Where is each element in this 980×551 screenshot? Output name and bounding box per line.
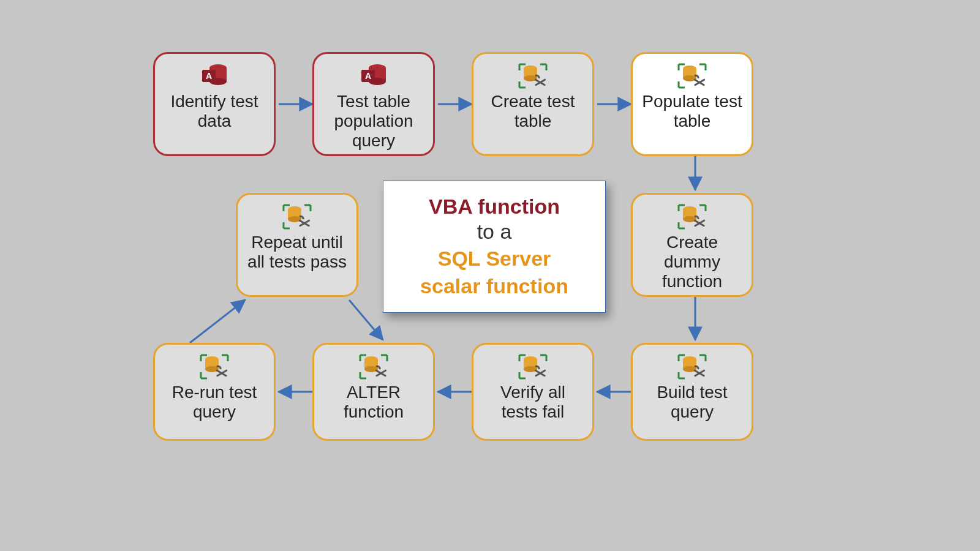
title-line-to-a: to a bbox=[399, 220, 589, 244]
step-test-table-population-query: A Test table population query bbox=[312, 52, 435, 156]
step-create-dummy-function: Create dummy function bbox=[631, 193, 753, 297]
svg-text:A: A bbox=[206, 71, 212, 81]
step-label: Identify test data bbox=[164, 92, 265, 131]
svg-text:A: A bbox=[365, 71, 371, 81]
step-build-test-query: Build test query bbox=[631, 343, 753, 441]
sql-tools-icon bbox=[164, 352, 265, 381]
access-db-icon: A bbox=[164, 61, 265, 91]
sql-tools-icon bbox=[246, 202, 348, 231]
title-line-vba: VBA function bbox=[399, 195, 589, 219]
svg-line-9 bbox=[349, 300, 383, 340]
step-label: Build test query bbox=[641, 383, 743, 422]
step-label: Repeat until all tests pass bbox=[246, 233, 348, 272]
step-rerun-test-query: Re-run test query bbox=[153, 343, 276, 441]
step-populate-test-table: Populate test table bbox=[631, 52, 753, 156]
step-create-test-table: Create test table bbox=[472, 52, 594, 156]
step-label: Create dummy function bbox=[641, 233, 743, 292]
step-label: Create test table bbox=[482, 92, 584, 131]
svg-line-8 bbox=[190, 300, 245, 343]
sql-tools-icon bbox=[482, 352, 584, 381]
step-label: Test table population query bbox=[323, 92, 424, 151]
title-line-sql-1: SQL Server bbox=[399, 246, 589, 271]
step-label: ALTER function bbox=[323, 383, 424, 422]
title-line-sql-2: scalar function bbox=[399, 274, 589, 299]
sql-tools-icon bbox=[641, 202, 743, 231]
step-label: Populate test table bbox=[641, 92, 743, 131]
step-verify-all-tests-fail: Verify all tests fail bbox=[472, 343, 594, 441]
access-db-icon: A bbox=[323, 61, 424, 91]
step-label: Re-run test query bbox=[164, 383, 265, 422]
step-repeat-until-pass: Repeat until all tests pass bbox=[236, 193, 358, 297]
sql-tools-icon bbox=[323, 352, 424, 381]
sql-tools-icon bbox=[641, 61, 743, 91]
step-identify-test-data: A Identify test data bbox=[153, 52, 276, 156]
step-alter-function: ALTER function bbox=[312, 343, 435, 441]
title-card: VBA function to a SQL Server scalar func… bbox=[383, 181, 606, 313]
sql-tools-icon bbox=[482, 61, 584, 91]
diagram-canvas: A Identify test data A Test table popula… bbox=[0, 0, 980, 551]
step-label: Verify all tests fail bbox=[482, 383, 584, 422]
sql-tools-icon bbox=[641, 352, 743, 381]
